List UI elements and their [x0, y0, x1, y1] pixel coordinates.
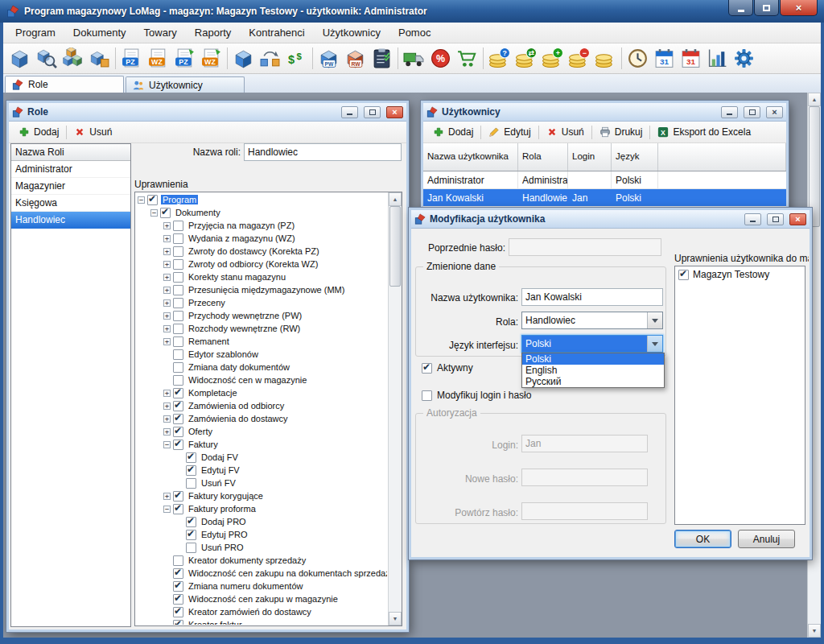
pz-correction-button[interactable]: PZ: [171, 46, 198, 72]
tree-item[interactable]: +Przychody wewnętrzne (PW): [136, 309, 387, 322]
tree-checkbox[interactable]: [173, 427, 183, 437]
coins-question-button[interactable]: ?: [486, 46, 513, 72]
menu-item-użytkownicy[interactable]: Użytkownicy: [314, 23, 389, 42]
pz-document-button[interactable]: PZ: [118, 46, 145, 72]
dialog-maximize-button[interactable]: [767, 213, 784, 225]
plus-expander-icon[interactable]: +: [163, 299, 171, 307]
plus-expander-icon[interactable]: +: [163, 222, 171, 229]
tree-checkbox[interactable]: [173, 272, 183, 283]
tree-checkbox[interactable]: [173, 259, 183, 270]
warehouse-list-item[interactable]: Magazyn Testowy: [675, 266, 805, 283]
modify-login-checkbox[interactable]: [422, 390, 432, 401]
plus-expander-icon[interactable]: +: [163, 261, 171, 268]
settings-gear-button[interactable]: [731, 46, 757, 72]
tree-checkbox[interactable]: [173, 324, 183, 334]
menu-item-kontrahenci[interactable]: Kontrahenci: [240, 23, 313, 42]
search-products-button[interactable]: [33, 46, 60, 72]
role-name-input[interactable]: Handlowiec: [244, 143, 402, 161]
tree-item[interactable]: −Faktury: [136, 438, 387, 451]
role-list-item[interactable]: Handlowiec: [11, 212, 130, 229]
tree-checkbox[interactable]: [173, 233, 183, 244]
tree-item[interactable]: Zmiana daty dokumentów: [136, 361, 387, 374]
tree-item[interactable]: Kreator faktur: [136, 618, 387, 625]
inventory-cube-button[interactable]: [230, 46, 257, 72]
role-select[interactable]: Handlowiec: [521, 312, 663, 329]
statistics-chart-button[interactable]: [704, 46, 731, 72]
product-groups-button[interactable]: [60, 46, 86, 72]
transfer-mm-button[interactable]: [257, 46, 283, 72]
column-header-nazwa-użytkownika[interactable]: Nazwa użytkownika: [423, 143, 518, 171]
tree-checkbox[interactable]: [173, 414, 183, 424]
tree-item[interactable]: +Wydania z magazynu (WZ): [136, 232, 387, 245]
tree-checkbox[interactable]: [173, 285, 183, 295]
role-list-item[interactable]: Magazynier: [11, 178, 130, 195]
plus-expander-icon[interactable]: +: [163, 248, 171, 255]
tree-checkbox[interactable]: [173, 349, 183, 360]
plus-expander-icon[interactable]: +: [163, 428, 171, 436]
dodaj-button[interactable]: Dodaj: [13, 125, 64, 139]
plus-expander-icon[interactable]: +: [163, 287, 171, 294]
tree-checkbox[interactable]: [186, 452, 196, 463]
users-window-titlebar[interactable]: Użytkownicy ×: [423, 103, 786, 122]
role-minimize-button[interactable]: [341, 106, 358, 118]
scroll-thumb[interactable]: [389, 206, 401, 287]
minus-expander-icon[interactable]: −: [138, 196, 145, 204]
maximize-button[interactable]: [754, 0, 779, 16]
modify-login-checkbox-row[interactable]: Modyfikuj login i hasło: [422, 390, 531, 401]
plus-expander-icon[interactable]: +: [163, 235, 171, 242]
tree-checkbox[interactable]: [173, 311, 183, 321]
tab-użytkownicy[interactable]: Użytkownicy: [126, 76, 245, 93]
calendar-blue-button[interactable]: 31: [651, 46, 678, 72]
tree-item[interactable]: Widoczność cen zakupu w magazynie: [136, 592, 387, 605]
tree-checkbox[interactable]: [173, 620, 183, 625]
plus-expander-icon[interactable]: +: [163, 325, 171, 332]
tree-scrollbar[interactable]: ▲ ▼: [388, 192, 402, 625]
role-maximize-button[interactable]: [364, 106, 381, 118]
plus-expander-icon[interactable]: +: [163, 312, 171, 320]
plus-expander-icon[interactable]: +: [163, 338, 171, 345]
tree-checkbox[interactable]: [173, 375, 183, 386]
dodaj-button[interactable]: Dodaj: [427, 125, 479, 139]
dialog-titlebar[interactable]: Modyfikacja użytkownika ×: [411, 210, 810, 229]
tree-item[interactable]: +Przyjęcia na magazyn (PZ): [136, 219, 387, 232]
plus-expander-icon[interactable]: +: [163, 402, 171, 410]
plus-expander-icon[interactable]: +: [163, 274, 171, 281]
language-select[interactable]: Polski: [521, 335, 663, 353]
rw-document-button[interactable]: RW: [342, 46, 369, 72]
tree-checkbox[interactable]: [173, 594, 183, 605]
tree-checkbox[interactable]: [173, 246, 183, 257]
tree-item[interactable]: +Korekty stanu magazynu: [136, 270, 387, 283]
users-minimize-button[interactable]: [721, 106, 738, 118]
menu-item-pomoc[interactable]: Pomoc: [389, 23, 439, 42]
product-kits-button[interactable]: [86, 46, 113, 72]
coins-stack-button[interactable]: [592, 46, 619, 72]
tree-checkbox[interactable]: [186, 543, 196, 553]
active-checkbox[interactable]: [422, 363, 432, 374]
minimize-button[interactable]: [728, 0, 753, 16]
dropdown-option-polski[interactable]: Polski: [522, 353, 664, 365]
tree-item[interactable]: Usuń FV: [136, 477, 387, 489]
tree-checkbox[interactable]: [173, 491, 183, 502]
scroll-up-icon[interactable]: ▲: [808, 93, 821, 106]
minus-expander-icon[interactable]: −: [163, 506, 171, 513]
column-header-język[interactable]: Język: [612, 143, 658, 171]
edytuj-button[interactable]: Edytuj: [483, 125, 536, 139]
tree-checkbox[interactable]: [173, 607, 183, 617]
cancel-button[interactable]: Anuluj: [738, 530, 795, 548]
coins-remove-button[interactable]: −: [566, 46, 592, 72]
usuń-button[interactable]: Usuń: [541, 125, 590, 139]
tree-checkbox[interactable]: [173, 401, 183, 411]
tree-item[interactable]: +Kompletacje: [136, 386, 387, 399]
delivery-truck-button[interactable]: [401, 46, 427, 72]
tree-checkbox[interactable]: [173, 388, 183, 398]
menu-item-raporty[interactable]: Raporty: [186, 23, 241, 42]
eksport-do-excela-button[interactable]: XEksport do Excela: [652, 125, 756, 139]
wz-correction-button[interactable]: WZ: [198, 46, 225, 72]
tree-item[interactable]: +Rozchody wewnętrzne (RW): [136, 322, 387, 335]
plus-expander-icon[interactable]: +: [163, 415, 171, 423]
shopping-cart-button[interactable]: [454, 46, 480, 72]
tree-item[interactable]: +Zamówienia od odbiorcy: [136, 399, 387, 412]
coins-add-button[interactable]: +: [539, 46, 566, 72]
tree-checkbox[interactable]: [173, 581, 183, 592]
tree-item[interactable]: −Faktury proforma: [136, 502, 387, 515]
